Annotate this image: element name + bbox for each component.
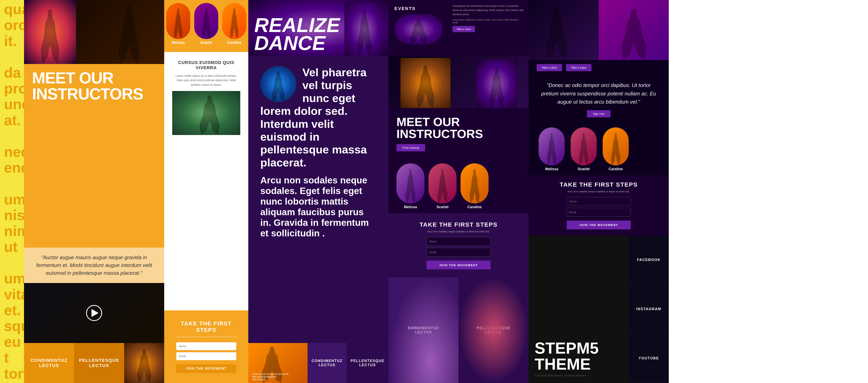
p6-join-button[interactable]: Join the movement — [567, 220, 631, 230]
p5-melissa-figure — [402, 169, 419, 203]
p5-scarlet-figure — [434, 169, 451, 203]
panel6-quote: "Donec ac odio tempor orci dapibus. Ut t… — [529, 75, 669, 124]
copyright-text: © Copyright 2030 Motama - All Rights Res… — [535, 374, 586, 377]
panel-purple-dance: REALIZE DANCE Vel pharetra vel turpis nu… — [248, 0, 389, 383]
panel2-video-section[interactable] — [24, 283, 164, 343]
scarlet-figure — [199, 8, 213, 39]
cta-join-button[interactable]: Join the movement — [176, 364, 236, 373]
panel4-text-block: Vel pharetra vel turpis nunc eget lorem … — [260, 66, 376, 169]
dance-word: DANCE — [254, 34, 340, 52]
panel4-bottom-cards: Lorem ipsum accumsan lectus velfelis pla… — [248, 343, 389, 383]
p6-instructor-scarlet: Scarlet — [571, 128, 597, 171]
p5-caraline-figure — [466, 169, 483, 203]
p5-name-input[interactable] — [427, 237, 491, 246]
instructor-caroline: Caroline — [220, 0, 248, 52]
card-title-1: CONDIMENTUZ — [31, 358, 68, 363]
p5-instructor-scarlet: Scarlet — [429, 164, 457, 209]
duo-dancer-right — [476, 60, 517, 108]
social-links: FACEBOOK INSTAGRAM YOUTUBE — [629, 235, 669, 383]
panel-far-right: Take a class Take a class "Donec ac odio… — [529, 0, 669, 383]
panel6-ballet-photo — [529, 0, 599, 60]
facebook-link[interactable]: FACEBOOK — [629, 235, 669, 285]
big-quote-text: "Donec ac odio tempor orci dapibus. Ut t… — [538, 81, 659, 106]
panel2-card-pellentesque[interactable]: PELLENTESQUE LECTUS — [74, 343, 124, 383]
meet-instructors-title-2: MEET OUR INSTRUCTORS — [397, 116, 521, 140]
video-overlay[interactable] — [24, 283, 164, 343]
instructor-scarlet: Scarlet — [192, 0, 220, 52]
panel5-instructors-row: Melissa Scarlet Caraline — [389, 160, 529, 213]
p5-card-bottom-title-2: PELLENTESQUELECTUS — [476, 326, 510, 335]
p5-card-bottom-2[interactable]: PELLENTESQUELECTUS — [459, 277, 529, 383]
panel6-instructor-photo — [599, 0, 669, 60]
melissa-figure — [171, 8, 185, 39]
events-photo — [395, 14, 442, 44]
events-right: Consequat nisl vel pretium lectus quam i… — [448, 0, 529, 56]
instagram-link[interactable]: INSTAGRAM — [629, 285, 669, 334]
p5-instructor-melissa: Melissa — [397, 164, 425, 209]
p6-name-input[interactable] — [567, 197, 631, 206]
events-extra-text: cing auctor adipiscing. Amet mauris. Arc… — [453, 19, 525, 24]
cta-email-input[interactable] — [176, 352, 236, 360]
take-class-btn-1[interactable]: Take a class — [537, 64, 562, 71]
panel5-duo-photo — [389, 56, 529, 108]
p5-scarlet-name: Scarlet — [436, 205, 448, 209]
panel6-buttons: Take a class Take a class — [529, 60, 669, 75]
p5-card-bottom-title-1: CONDIMENTUZLECTUS — [408, 326, 439, 335]
take-class-btn-2[interactable]: Take a class — [566, 64, 591, 71]
panel4-text-stub: Lorem ipsum accumsan lectus velfelis pla… — [252, 373, 288, 381]
panel5-cta: TAKE THE FIRST STEPS Arcu non sodales ne… — [389, 213, 529, 277]
panel4-card-title-1: CONDIMENTUZ — [312, 359, 343, 363]
caroline-photo — [222, 3, 246, 39]
cta-title: TAKE THE FIRST STEPS — [172, 320, 240, 333]
stepm5-block: STEPM5 THEME © Copyright 2030 Motama - A… — [529, 235, 629, 383]
p5-melissa-name: Melissa — [404, 205, 417, 209]
p5-caraline-name: Caraline — [467, 205, 482, 209]
play-button[interactable] — [86, 305, 102, 321]
panel3-instructors-row: Melissa Scarlet Caroline — [164, 0, 248, 52]
cta-name-input[interactable] — [176, 342, 236, 350]
panel-dark-purple: EVENTS Consequat nisl vel pretium lectus… — [389, 0, 529, 383]
meet-instructors-heading: MEET OUR INSTRUCTORS — [32, 70, 156, 102]
p5-caraline-photo — [461, 164, 489, 203]
card-subtitle-1: LECTUS — [39, 363, 59, 368]
cta-subtitle: Arcu non sodales neque sodales ut etiam … — [175, 335, 238, 338]
events-left: EVENTS — [389, 0, 448, 56]
caroline-figure — [227, 8, 242, 39]
p5-card-bottom-1[interactable]: CONDIMENTUZLECTUS — [389, 277, 459, 383]
p5-instructor-caraline: Caraline — [461, 164, 489, 209]
card-title-2: PELLENTESQUE — [79, 358, 119, 363]
card-subtitle-2: LECTUS — [89, 363, 109, 368]
scarlet-photo — [194, 3, 218, 39]
sign-up-button[interactable]: Sign now — [587, 110, 611, 117]
panel6-instructors-row: Melissa Scarlet Caraline — [529, 124, 669, 175]
panel3-cta: TAKE THE FIRST STEPS Arcu non sodales ne… — [164, 310, 248, 383]
p6-caraline-figure — [608, 133, 623, 165]
play-icon — [92, 309, 98, 317]
panel4-card-condimentuz[interactable]: CONDIMENTUZ LECTUS — [308, 343, 347, 383]
panel4-content: Vel pharetra vel turpis nunc eget lorem … — [248, 56, 389, 343]
p5-email-input[interactable] — [427, 248, 491, 256]
take-class-button-1[interactable]: Take a class — [453, 26, 475, 32]
panel-orange-dance: MEET OUR INSTRUCTORS "Auctor augue mauri… — [24, 0, 164, 383]
panel2-quote-section: "Auctor augue mauris augue neque gravida… — [24, 248, 164, 283]
panel3-article: CURSUS EUISMOD QUIS VIVERRA Lorem mollis… — [164, 52, 248, 310]
events-desc: Consequat nisl vel pretium lectus quam i… — [453, 4, 525, 16]
youtube-link[interactable]: YOUTUBE — [629, 334, 669, 383]
events-title: EVENTS — [395, 6, 442, 11]
p6-instructor-caraline: Caraline — [603, 128, 629, 171]
find-training-button[interactable]: Find training — [397, 144, 425, 151]
hero-dancer-silhouette — [344, 2, 384, 56]
p6-melissa-photo — [538, 128, 565, 165]
panel5-events: EVENTS Consequat nisl vel pretium lectus… — [389, 0, 529, 56]
panel2-content: MEET OUR INSTRUCTORS — [24, 64, 164, 248]
article-body: Lorem mollis aliqua am a diam tullicitud… — [172, 74, 240, 87]
purple-sub-text: Arcu non sodales neque sodales. Eget fel… — [260, 175, 376, 238]
panel1-decorative-text: e quamorciit.da proinuncat.nequeeneanum … — [4, 0, 20, 383]
melissa-name: Melissa — [172, 41, 185, 45]
panel2-card-condimentuz[interactable]: CONDIMENTUZ LECTUS — [24, 343, 74, 383]
p6-scarlet-figure — [576, 133, 591, 165]
panel4-card-pellentesque[interactable]: PELLENTESQUE LECTUS — [347, 343, 389, 383]
p5-cta-subtitle: Arcu non sodales neque sodales ut etiam … — [427, 230, 490, 233]
p5-join-button[interactable]: Join the movement — [427, 260, 491, 269]
p6-email-input[interactable] — [567, 208, 631, 217]
